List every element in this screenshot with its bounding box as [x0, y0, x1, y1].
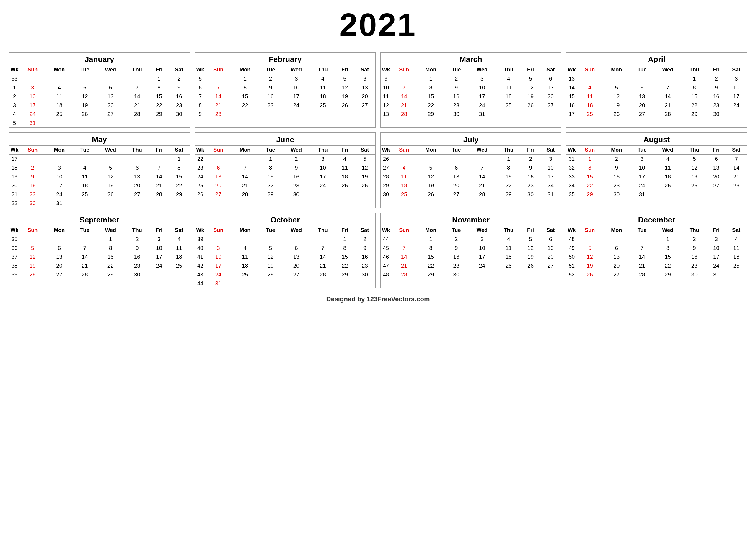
col-header-sat: Sat	[540, 65, 561, 74]
day-cell: 25	[726, 261, 747, 270]
col-header-fri: Fri	[149, 65, 168, 74]
week-number	[566, 118, 577, 121]
day-cell: 7	[73, 244, 96, 253]
day-cell: 8	[335, 244, 354, 253]
week-number: 48	[566, 235, 577, 244]
day-cell: 26	[20, 270, 45, 279]
day-cell: 12	[603, 92, 631, 101]
day-cell: 11	[169, 244, 190, 253]
day-cell: 18	[726, 253, 747, 261]
day-cell	[124, 118, 149, 127]
day-cell: 23	[259, 101, 282, 110]
footer-brand: 123FreeVectors.com	[366, 295, 430, 303]
week-row: 32891011121314	[566, 164, 747, 172]
month-name: September	[9, 213, 190, 226]
day-cell: 22	[417, 101, 445, 110]
day-cell: 19	[577, 261, 603, 270]
month-block-february: FebruaryWkSunMonTueWedThuFriSat512345667…	[195, 52, 376, 128]
day-cell	[707, 279, 726, 281]
day-cell: 18	[45, 101, 73, 110]
day-cell: 2	[124, 235, 149, 244]
day-cell	[631, 235, 654, 244]
day-cell: 16	[169, 92, 190, 101]
day-cell	[124, 155, 149, 164]
day-cell: 1	[417, 74, 445, 84]
day-cell: 9	[707, 83, 726, 92]
day-cell: 27	[282, 270, 310, 279]
day-cell: 12	[682, 164, 707, 172]
day-cell: 14	[310, 253, 335, 261]
day-cell	[631, 199, 654, 201]
day-cell	[354, 118, 375, 121]
col-header-sat: Sat	[354, 146, 375, 155]
col-header-mon: Mon	[45, 226, 73, 235]
day-cell: 31	[468, 110, 496, 118]
col-header-wk: Wk	[9, 226, 20, 235]
col-header-wed: Wed	[654, 65, 682, 74]
week-row: 3422232425262728	[566, 181, 747, 190]
col-header-sun: Sun	[391, 65, 417, 74]
day-cell: 1	[335, 235, 354, 244]
day-cell: 17	[205, 261, 231, 270]
day-cell	[682, 118, 707, 121]
col-header-tue: Tue	[259, 146, 282, 155]
day-cell: 18	[169, 253, 190, 261]
day-cell: 20	[603, 261, 631, 270]
day-cell: 15	[654, 253, 682, 261]
week-number: 24	[195, 172, 205, 181]
col-header-sat: Sat	[540, 226, 561, 235]
day-cell: 21	[391, 261, 417, 270]
week-row: 392627282930	[9, 270, 190, 279]
day-cell	[45, 155, 73, 164]
col-header-wk: Wk	[195, 65, 205, 74]
col-header-tue: Tue	[73, 226, 96, 235]
week-row: 2918192021222324	[381, 181, 561, 190]
day-cell: 12	[96, 172, 124, 181]
day-cell: 28	[468, 190, 496, 199]
day-cell	[391, 118, 417, 121]
week-row: 3819202122232425	[9, 261, 190, 270]
col-header-wed: Wed	[96, 146, 124, 155]
month-block-august: AugustWkSunMonTueWedThuFriSat31123456732…	[566, 133, 747, 208]
day-cell: 23	[169, 101, 190, 110]
day-cell	[391, 279, 417, 281]
day-cell: 24	[707, 261, 726, 270]
col-header-thu: Thu	[496, 146, 521, 155]
day-cell: 12	[521, 244, 540, 253]
day-cell: 13	[205, 172, 231, 181]
day-cell: 13	[96, 92, 124, 101]
col-header-fri: Fri	[707, 226, 726, 235]
month-block-may: MayWkSunMonTueWedThuFriSat17118234567819…	[9, 133, 190, 208]
day-cell: 18	[496, 92, 521, 101]
day-cell: 8	[231, 83, 259, 92]
week-row: 2627282930	[195, 190, 375, 199]
day-cell	[96, 155, 124, 164]
day-cell	[468, 270, 496, 279]
col-header-wed: Wed	[282, 146, 310, 155]
day-cell	[707, 190, 726, 199]
day-cell: 9	[124, 244, 149, 253]
week-row: 5312	[9, 74, 190, 84]
week-number	[381, 199, 391, 201]
day-cell: 17	[468, 253, 496, 261]
day-cell: 30	[707, 110, 726, 118]
day-cell: 2	[682, 235, 707, 244]
col-header-tue: Tue	[631, 146, 654, 155]
day-cell	[205, 199, 231, 201]
day-cell: 30	[445, 270, 468, 279]
day-cell: 14	[391, 92, 417, 101]
day-cell: 31	[205, 279, 231, 288]
col-header-mon: Mon	[45, 65, 73, 74]
col-header-wed: Wed	[96, 65, 124, 74]
day-cell	[577, 279, 603, 281]
week-row: 36567891011	[9, 244, 190, 253]
day-cell	[468, 155, 496, 164]
day-cell: 18	[496, 253, 521, 261]
col-header-tue: Tue	[259, 65, 282, 74]
week-number: 28	[381, 172, 391, 181]
week-number: 35	[566, 190, 577, 199]
day-cell: 10	[45, 172, 73, 181]
day-cell	[335, 279, 354, 288]
day-cell	[468, 118, 496, 121]
day-cell: 16	[124, 253, 149, 261]
